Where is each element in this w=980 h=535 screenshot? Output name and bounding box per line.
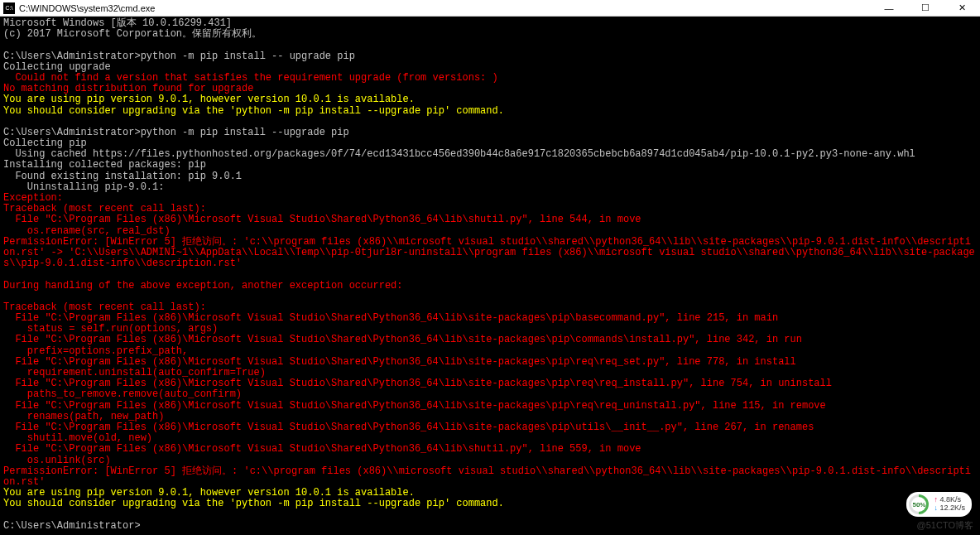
- terminal-line: prefix=options.prefix_path,: [3, 346, 977, 357]
- window-title-area: C:\ C:\WINDOWS\system32\cmd.exe: [3, 2, 155, 14]
- terminal-line: os.rename(src, real_dst): [3, 226, 977, 237]
- cmd-icon: C:\: [3, 2, 15, 14]
- window-title: C:\WINDOWS\system32\cmd.exe: [19, 3, 155, 13]
- terminal-line: os.unlink(src): [3, 455, 977, 466]
- terminal-line: PermissionError: [WinError 5] 拒绝访问。: 'c:…: [3, 466, 977, 488]
- terminal-line: File "C:\Program Files (x86)\Microsoft V…: [3, 444, 977, 455]
- terminal-line: File "C:\Program Files (x86)\Microsoft V…: [3, 214, 977, 225]
- title-bar: C:\ C:\WINDOWS\system32\cmd.exe — ☐ ✕: [0, 0, 980, 17]
- minimize-button[interactable]: —: [871, 0, 907, 17]
- terminal-line: C:\Users\Administrator>: [3, 521, 977, 532]
- terminal-line: paths_to_remove.remove(auto_confirm): [3, 389, 977, 400]
- terminal-line: You should consider upgrading via the 'p…: [3, 106, 977, 117]
- terminal-line: Uninstalling pip-9.0.1:: [3, 182, 977, 193]
- terminal-line: [3, 117, 977, 128]
- terminal-line: [3, 40, 977, 51]
- terminal-line: File "C:\Program Files (x86)\Microsoft V…: [3, 335, 977, 345]
- terminal-line: PermissionError: [WinError 5] 拒绝访问。: 'c:…: [3, 237, 977, 270]
- terminal-line: You should consider upgrading via the 'p…: [3, 499, 977, 509]
- terminal-line: During handling of the above exception, …: [3, 281, 977, 292]
- terminal-output[interactable]: Microsoft Windows [版本 10.0.16299.431](c)…: [0, 17, 980, 533]
- maximize-button[interactable]: ☐: [907, 0, 944, 17]
- terminal-line: C:\Users\Administrator>python -m pip ins…: [3, 128, 977, 138]
- terminal-line: [3, 269, 977, 280]
- terminal-line: [3, 509, 977, 520]
- terminal-line: File "C:\Program Files (x86)\Microsoft V…: [3, 401, 977, 412]
- terminal-line: You are using pip version 9.0.1, however…: [3, 94, 977, 105]
- terminal-line: [3, 292, 977, 302]
- speed-readout: ↑ 4.8K/s ↓ 12.2K/s: [934, 496, 965, 513]
- terminal-line: Found existing installation: pip 9.0.1: [3, 171, 977, 182]
- terminal-line: (c) 2017 Microsoft Corporation。保留所有权利。: [3, 29, 977, 40]
- close-button[interactable]: ✕: [944, 0, 980, 17]
- window-controls: — ☐ ✕: [871, 0, 980, 17]
- speed-gauge-icon: 50%: [909, 494, 929, 514]
- terminal-line: C:\Users\Administrator>python -m pip ins…: [3, 51, 977, 62]
- terminal-line: renames(path, new_path): [3, 412, 977, 422]
- terminal-line: Installing collected packages: pip: [3, 160, 977, 171]
- network-speed-widget[interactable]: 50% ↑ 4.8K/s ↓ 12.2K/s: [906, 492, 972, 517]
- terminal-line: Collecting upgrade: [3, 62, 977, 73]
- watermark-text: @51CTO博客: [917, 519, 973, 532]
